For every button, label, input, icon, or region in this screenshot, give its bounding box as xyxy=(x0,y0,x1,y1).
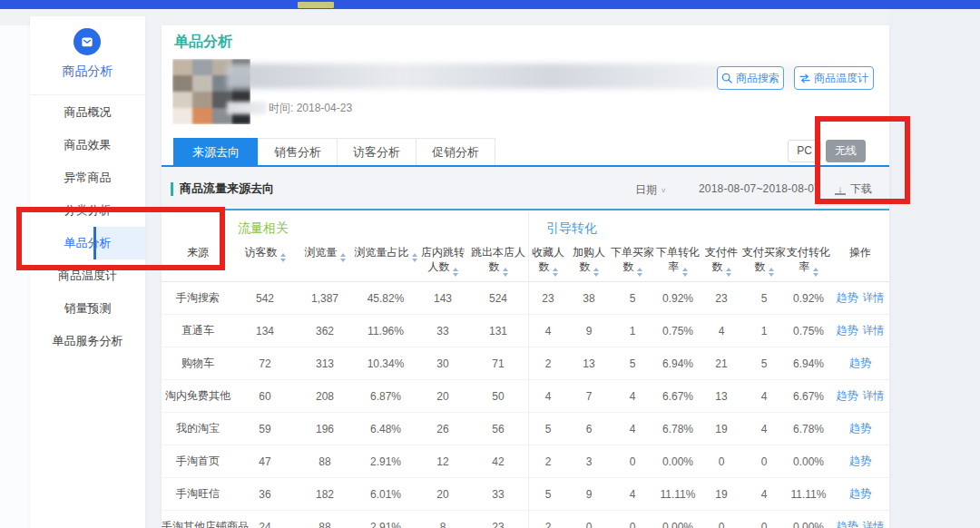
column-header-9[interactable]: 下单转化率 xyxy=(655,242,701,277)
sort-icon[interactable] xyxy=(593,268,599,277)
browser-top-bar xyxy=(0,0,980,9)
value-cell: 6.87% xyxy=(354,390,417,403)
value-cell: 5 xyxy=(610,292,655,305)
sort-icon[interactable] xyxy=(340,253,346,262)
action-cell: 趋势详情 xyxy=(831,290,889,306)
column-header-3[interactable]: 浏览量占比 xyxy=(354,242,417,277)
value-cell: 19 xyxy=(701,488,742,501)
scrollbar-thumb[interactable] xyxy=(298,2,334,8)
trend-link[interactable]: 趋势 xyxy=(837,520,858,528)
sort-icon[interactable] xyxy=(412,253,417,262)
column-group-conversion: 引导转化 xyxy=(546,220,597,237)
value-cell: 38 xyxy=(568,292,610,305)
page-background xyxy=(889,9,980,528)
trend-link[interactable]: 趋势 xyxy=(849,455,871,467)
column-header-10[interactable]: 支付件数 xyxy=(701,242,742,277)
column-header-7[interactable]: 加购人数 xyxy=(568,242,610,277)
sidebar-item-0[interactable]: 商品概况 xyxy=(30,96,145,129)
table-row: 手淘旺信361826.01%203359411.11%19411.11%趋势 xyxy=(162,478,889,511)
column-header-5[interactable]: 跳出本店人数 xyxy=(468,242,528,277)
sidebar-item-3[interactable]: 分类分析 xyxy=(30,194,145,227)
sidebar-item-4-active[interactable]: 单品分析 xyxy=(30,227,145,259)
column-header-8[interactable]: 下单买家数 xyxy=(610,242,655,277)
search-icon xyxy=(721,73,732,83)
sort-icon[interactable] xyxy=(280,253,286,262)
value-cell: 12 xyxy=(417,455,468,468)
source-cell: 手淘其他店铺商品 xyxy=(162,519,234,528)
sort-icon[interactable] xyxy=(637,268,642,277)
trend-link[interactable]: 趋势 xyxy=(849,487,871,500)
sort-icon[interactable] xyxy=(682,268,688,277)
value-cell: 23 xyxy=(528,292,568,305)
column-header-label: 收藏人数 xyxy=(532,246,564,273)
value-cell: 4 xyxy=(610,423,655,435)
value-cell: 5 xyxy=(610,357,655,370)
device-toggle-active[interactable]: 无线 xyxy=(826,140,866,162)
detail-link[interactable]: 详情 xyxy=(863,520,885,528)
sort-icon[interactable] xyxy=(726,268,731,277)
sort-icon[interactable] xyxy=(453,268,458,277)
value-cell: 6.78% xyxy=(655,423,701,435)
device-toggle-inactive[interactable]: PC xyxy=(788,140,821,162)
value-cell: 6.01% xyxy=(354,488,417,501)
sidebar-item-5[interactable]: 商品温度计 xyxy=(30,259,145,292)
trend-link[interactable]: 趋势 xyxy=(849,357,871,369)
trend-link[interactable]: 趋势 xyxy=(837,389,858,402)
sort-icon[interactable] xyxy=(553,268,558,277)
tab-0-active[interactable]: 来源去向 xyxy=(173,138,259,165)
tab-2[interactable]: 访客分析 xyxy=(337,138,416,165)
sidebar-item-label: 销量预测 xyxy=(64,301,112,315)
value-cell: 50 xyxy=(468,390,528,403)
value-cell: 71 xyxy=(468,357,528,370)
value-cell: 0 xyxy=(610,521,655,528)
sort-icon[interactable] xyxy=(503,268,508,277)
column-header-label: 支付件数 xyxy=(705,246,738,273)
value-cell: 524 xyxy=(468,292,528,305)
column-header-label: 下单转化率 xyxy=(656,246,700,273)
value-cell: 143 xyxy=(417,292,468,305)
column-header-1[interactable]: 访客数 xyxy=(234,242,296,277)
sidebar-item-7[interactable]: 单品服务分析 xyxy=(30,325,145,357)
value-cell: 45.82% xyxy=(354,292,417,305)
trend-link[interactable]: 趋势 xyxy=(837,291,858,304)
value-cell: 4 xyxy=(742,423,786,435)
value-cell: 5 xyxy=(528,423,568,435)
value-cell: 182 xyxy=(296,488,354,501)
tab-1[interactable]: 销售分析 xyxy=(258,138,338,165)
detail-link[interactable]: 详情 xyxy=(863,291,885,304)
value-cell: 3 xyxy=(568,455,610,468)
value-cell: 7 xyxy=(568,390,610,403)
swap-arrows-icon xyxy=(799,73,810,83)
column-header-12[interactable]: 支付转化率 xyxy=(786,242,831,277)
download-button[interactable]: ↓ 下载 xyxy=(835,181,872,197)
sidebar-item-label: 异常商品 xyxy=(64,171,112,184)
date-filter-dropdown[interactable]: 日期 ∨ xyxy=(635,182,667,198)
column-header-4[interactable]: 店内跳转人数 xyxy=(417,242,468,277)
value-cell: 196 xyxy=(296,423,354,435)
sort-icon[interactable] xyxy=(769,268,774,277)
sidebar-item-1[interactable]: 商品效果 xyxy=(30,129,145,161)
product-search-button[interactable]: 商品搜索 xyxy=(717,66,784,90)
table-row: 手淘首页47882.91%12422300.00%000.00%趋势 xyxy=(162,445,889,478)
value-cell: 0 xyxy=(742,455,786,468)
product-thermometer-button[interactable]: 商品温度计 xyxy=(794,66,874,90)
value-cell: 4 xyxy=(742,488,786,501)
value-cell: 0 xyxy=(568,521,610,528)
sidebar-item-6[interactable]: 销量预测 xyxy=(30,292,145,325)
trend-link[interactable]: 趋势 xyxy=(837,324,858,337)
tab-3[interactable]: 促销分析 xyxy=(416,138,495,165)
detail-link[interactable]: 详情 xyxy=(863,324,885,337)
column-header-6[interactable]: 收藏人数 xyxy=(528,242,568,277)
value-cell: 36 xyxy=(234,488,296,501)
column-header-11[interactable]: 支付买家数 xyxy=(742,242,786,277)
value-cell: 23 xyxy=(468,521,528,528)
value-cell: 20 xyxy=(417,390,468,403)
trend-link[interactable]: 趋势 xyxy=(849,422,871,435)
column-header-label: 支付买家数 xyxy=(742,246,786,273)
sidebar-item-label: 单品服务分析 xyxy=(53,334,123,347)
sidebar-item-2[interactable]: 异常商品 xyxy=(30,161,145,194)
column-header-2[interactable]: 浏览量 xyxy=(296,242,354,277)
value-cell: 11.11% xyxy=(655,488,701,501)
detail-link[interactable]: 详情 xyxy=(863,389,885,402)
sort-icon[interactable] xyxy=(813,268,818,277)
